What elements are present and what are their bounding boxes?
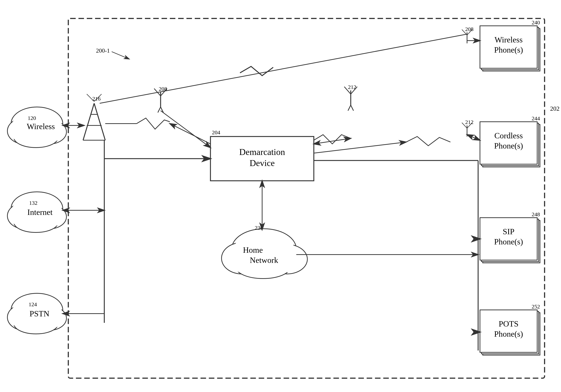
ref-212-left: 212 — [348, 84, 356, 90]
pots-phones-box: POTS Phone(s) — [480, 310, 540, 355]
demarcation-to-antenna-2 — [314, 138, 351, 144]
ref-212-right: 212 — [465, 119, 474, 125]
demarcation-label-1: Demarcation — [239, 147, 285, 157]
svg-line-61 — [351, 105, 354, 111]
cordless-phones-box: Cordless Phone(s) — [480, 122, 540, 167]
diagonal-zigzag — [240, 66, 273, 76]
svg-line-25 — [83, 103, 94, 140]
ref-124: 124 — [29, 301, 37, 307]
antenna-to-cordless-phones — [467, 135, 480, 140]
internet-cloud: Internet 132 — [7, 192, 66, 233]
svg-line-55 — [158, 107, 161, 113]
cordless-phones-label-1: Cordless — [494, 131, 523, 140]
svg-rect-0 — [68, 19, 545, 378]
sip-phones-label-2: Phone(s) — [494, 237, 523, 246]
wireless-phones-box: Wireless Phone(s) — [480, 26, 540, 71]
cordless-zigzag — [406, 137, 450, 146]
home-network-label-2: Network — [250, 256, 278, 265]
cordless-phones-label-2: Phone(s) — [494, 141, 523, 150]
svg-line-60 — [348, 105, 351, 111]
ref-200-1: 200-1 — [96, 47, 110, 54]
ref-200-1-arrow — [112, 52, 129, 59]
ref-216: 216 — [92, 95, 101, 102]
wireless-label: Wireless — [27, 122, 55, 131]
ref-248: 248 — [532, 211, 540, 217]
ref-202: 202 — [550, 105, 560, 112]
pots-phones-label-1: POTS — [499, 319, 518, 328]
antenna-212-left — [344, 87, 357, 111]
ref-132: 132 — [29, 200, 37, 206]
sip-phones-label-1: SIP — [503, 227, 515, 236]
wireless-phones-label-1: Wireless — [495, 35, 523, 44]
wireless-signal-line-1 — [137, 118, 170, 129]
pstn-cloud: PSTN 124 — [7, 293, 66, 334]
ref-120: 120 — [28, 115, 36, 121]
wireless-phones-label-2: Phone(s) — [494, 45, 523, 54]
demarcation-to-antenna-1 — [170, 124, 210, 144]
ref-208-top: 208 — [465, 26, 474, 32]
ref-244: 244 — [532, 115, 540, 121]
home-network-cloud: Home Network 236 — [222, 225, 307, 278]
pstn-label: PSTN — [30, 309, 49, 318]
antenna-to-demarcation-1 — [161, 111, 210, 148]
tower-to-wireless-phones-line — [100, 34, 467, 103]
demarcation-to-cordless-line — [314, 142, 406, 153]
home-network-label-1: Home — [243, 245, 263, 254]
sip-phones-box: SIP Phone(s) — [480, 218, 540, 263]
wireless-cloud: Wireless 120 — [7, 107, 66, 148]
ref-204: 204 — [212, 129, 220, 135]
ref-240: 240 — [532, 19, 540, 25]
pots-phones-label-2: Phone(s) — [494, 329, 523, 339]
internet-label: Internet — [27, 208, 53, 217]
ref-252: 252 — [532, 303, 540, 309]
svg-line-26 — [94, 103, 105, 140]
demarcation-label-2: Device — [249, 158, 275, 168]
